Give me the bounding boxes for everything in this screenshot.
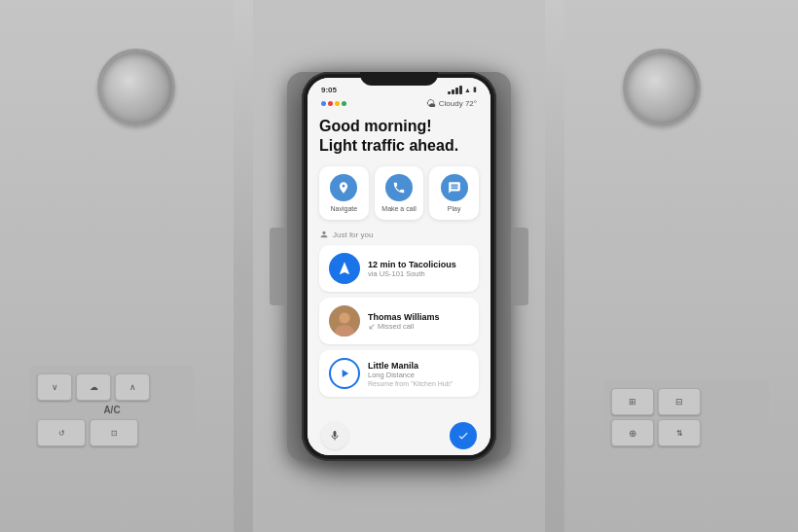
person-icon [319,230,329,239]
action-buttons-row: Navigate Make a call [319,166,479,220]
weather-text: Cloudy 72° [439,99,477,108]
ac-btn-up[interactable]: ∧ [115,373,150,401]
contact-card[interactable]: Thomas Williams Missed call [319,298,479,344]
status-time: 9:05 [321,86,337,94]
music-subtitle: Long Distance [368,371,469,379]
battery-icon: ▮ [473,86,477,93]
nav-card-title: 12 min to Tacolicious [368,260,469,269]
play-button[interactable]: Play [429,166,479,220]
ac-btn-down[interactable]: ∨ [37,373,72,401]
screen-content: Good morning! Light traffic ahead. Navig… [308,113,490,416]
ac-btn-fan[interactable]: ☁ [76,373,111,401]
mic-icon [329,430,341,442]
status-icons: ▲ ▮ [448,86,477,94]
ac-label: A/C [99,405,124,415]
wifi-icon: ▲ [464,87,471,93]
contact-avatar [329,305,360,337]
weather-bar: 🌤 Cloudy 72° [308,96,490,113]
greeting-line2: Light traffic ahead. [319,137,458,154]
play-icon [441,174,468,201]
phone-screen: 9:05 ▲ ▮ [308,78,490,455]
ac-right-btn-3[interactable]: ⊕ [611,419,654,446]
music-extra: Resume from "Kitchen Hub" [368,380,469,387]
left-vent [97,49,175,126]
dashboard-right-panel: ⊞ ⊟ ⊕ ⇅ [564,0,798,532]
greeting-line1: Good morning! [319,118,432,134]
call-icon [385,174,413,201]
ac-btn-recirculate[interactable]: ↺ [37,419,86,446]
phone-device: 9:05 ▲ ▮ [302,72,496,461]
ac-right-btn-2[interactable]: ⊟ [658,388,701,415]
greeting-text: Good morning! Light traffic ahead. [319,117,479,158]
music-title: Little Manila [368,361,469,371]
ac-right-btn-1[interactable]: ⊞ [611,388,654,415]
call-button[interactable]: Make a call [375,166,424,220]
contact-subtitle: Missed call [378,322,414,331]
assistant-icon [321,101,346,106]
navigation-card[interactable]: 12 min to Tacolicious via US-101 South [319,245,479,292]
nav-card-subtitle: via US-101 South [368,269,469,278]
call-label: Make a call [381,205,416,212]
ac-btn-defrost[interactable]: ⊡ [90,419,138,446]
section-title: Just for you [333,231,373,239]
ac-panel-left: ∨ ☁ ∧ A/C ↺ ⊡ [29,366,195,454]
contact-name: Thomas Williams [368,312,469,322]
svg-point-3 [340,313,349,323]
section-label: Just for you [319,230,479,239]
mount-right-grip [511,228,528,305]
mic-button[interactable] [321,422,348,449]
nav-card-content: 12 min to Tacolicious via US-101 South [368,260,469,278]
missed-call-icon [368,323,376,331]
ac-right-btn-4[interactable]: ⇅ [658,419,701,446]
navigate-button[interactable]: Navigate [319,166,369,220]
navigate-label: Navigate [331,205,358,212]
check-button[interactable] [450,422,477,449]
dashboard-left-panel: ∨ ☁ ∧ A/C ↺ ⊡ [0,0,234,532]
phone-mount: 9:05 ▲ ▮ [302,72,496,461]
contact-card-content: Thomas Williams Missed call [368,312,469,331]
weather-info: 🌤 Cloudy 72° [426,98,477,109]
music-card-icon [329,358,360,389]
weather-icon: 🌤 [426,98,436,109]
music-card-content: Little Manila Long Distance Resume from … [368,361,469,387]
nav-card-icon [329,253,360,284]
contact-status: Missed call [368,322,469,331]
phone-bottom-bar [308,416,490,455]
navigate-icon [330,174,357,201]
check-icon [457,430,469,442]
music-card[interactable]: Little Manila Long Distance Resume from … [319,350,479,397]
play-label: Play [448,205,461,212]
avatar-face-svg [329,305,360,337]
ac-panel-right: ⊞ ⊟ ⊕ ⇅ [603,380,769,454]
right-vent [623,49,701,126]
mount-left-grip [270,228,287,305]
phone-notch [360,72,438,86]
